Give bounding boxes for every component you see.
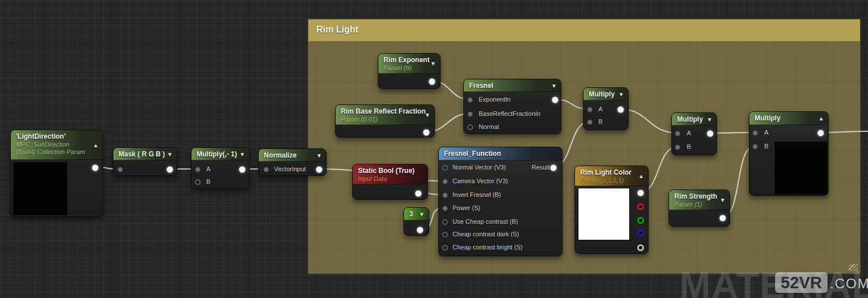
node-rim-base-reflect-fraction-param[interactable]: Rim Base Reflect FractionParam (0.01)▼: [335, 104, 435, 138]
node-multiply-2[interactable]: Multiply▼AB: [671, 112, 717, 155]
node-header[interactable]: Normalize▼: [259, 149, 326, 162]
comment-header[interactable]: Rim Light: [308, 19, 860, 41]
node-title: Rim Base Reflect Fraction: [341, 107, 430, 116]
output-pin[interactable]: [417, 227, 423, 233]
node-header[interactable]: Multiply▼: [672, 113, 716, 126]
output-pin[interactable]: [239, 167, 246, 173]
input-pin-a[interactable]: [675, 131, 680, 136]
output-pin[interactable]: [316, 167, 323, 173]
node-header[interactable]: Rim Base Reflect FractionParam (0.01)▼: [336, 105, 434, 125]
invert-fresnel-pin[interactable]: [442, 192, 448, 198]
pin-label: Use Cheap contrast (B): [453, 218, 518, 225]
expand-arrow-icon[interactable]: ▼: [551, 82, 557, 88]
output-pin[interactable]: [720, 215, 726, 222]
preview-thumbnail: [13, 162, 67, 215]
node-title: Static Bool (True): [358, 166, 423, 175]
node-rim-light-color-param[interactable]: Rim Light ColorParam (1,1,1,1)▲: [574, 166, 649, 254]
node-subtitle: Param (1): [674, 201, 725, 208]
output-pin[interactable]: [167, 167, 173, 173]
expand-arrow-icon[interactable]: ▼: [707, 116, 712, 122]
node-rim-strength-param[interactable]: Rim StrengthParam (1)▼: [669, 190, 730, 227]
node-title: Rim Exponent: [384, 55, 435, 65]
expand-arrow-icon[interactable]: ▼: [419, 211, 425, 217]
node-rim-exponent-param[interactable]: Rim ExponentParam (9)▼: [378, 53, 441, 89]
output-pin[interactable]: [92, 165, 99, 171]
expand-arrow-icon[interactable]: ▼: [430, 61, 436, 67]
input-pin-b[interactable]: [675, 144, 680, 150]
material-graph-canvas[interactable]: Rim Light MATERIAL 52VR .COM 'LightDirec…: [0, 0, 868, 298]
red-output-pin[interactable]: [637, 203, 644, 210]
vector-input-pin[interactable]: [263, 167, 269, 172]
expand-arrow-icon[interactable]: ▼: [239, 151, 245, 157]
camera-vector-pin[interactable]: [442, 179, 448, 184]
collapse-arrow-icon[interactable]: ▲: [818, 115, 824, 122]
node-header[interactable]: Rim StrengthParam (1)▼: [669, 190, 730, 210]
power-pin[interactable]: [442, 206, 448, 211]
collapse-arrow-icon[interactable]: ▲: [93, 142, 99, 148]
output-pin[interactable]: [429, 79, 435, 85]
node-header[interactable]: 'LightDirection'MPC_SunDirection (float4…: [11, 130, 103, 160]
node-header[interactable]: Multiply(,- 1)▼: [191, 148, 249, 160]
node-fresnel-function[interactable]: Fresnel_FunctionNormal Vector (V3)Camera…: [438, 147, 563, 256]
pin-label: B: [598, 118, 602, 125]
pin-label: A: [598, 106, 602, 112]
pin-label: ExponentIn: [479, 96, 511, 103]
node-multiply-neg-1[interactable]: Multiply(,- 1)▼AB: [191, 147, 250, 189]
expand-arrow-icon[interactable]: ▼: [720, 197, 726, 203]
green-output-pin[interactable]: [637, 217, 644, 224]
node-header[interactable]: Static Bool (True)Input Data: [353, 164, 427, 184]
output-pin[interactable]: [415, 191, 422, 197]
node-multiply-3[interactable]: Multiply▲AB: [749, 111, 829, 196]
output-pin[interactable]: [423, 130, 430, 136]
node-multiply-1[interactable]: Multiply▼AB: [583, 87, 629, 130]
use-cheap-contrast-pin[interactable]: [442, 219, 448, 225]
node-subtitle: Param (0.01): [341, 116, 430, 123]
rgb-output-pin[interactable]: [638, 190, 644, 196]
pin-label: Power (S): [453, 204, 480, 211]
input-pin-b[interactable]: [587, 119, 593, 125]
expand-arrow-icon[interactable]: ▼: [425, 112, 430, 118]
normal-in-pin[interactable]: [467, 124, 473, 130]
output-pin[interactable]: [818, 130, 824, 136]
preview-thumbnail: [578, 188, 630, 240]
blue-output-pin[interactable]: [637, 229, 644, 236]
node-header[interactable]: Multiply▲: [749, 112, 828, 125]
node-title: Multiply(,- 1): [197, 150, 244, 159]
expand-arrow-icon[interactable]: ▼: [167, 151, 173, 157]
node-constant-3[interactable]: 3▼: [404, 207, 429, 236]
output-pin[interactable]: [552, 97, 559, 103]
input-pin-b[interactable]: [195, 179, 201, 185]
node-static-bool-true[interactable]: Static Bool (True)Input Data: [352, 164, 428, 200]
pin-label: A: [764, 129, 768, 136]
input-pin-a[interactable]: [587, 107, 593, 112]
input-pin-b[interactable]: [752, 144, 758, 150]
node-fresnel[interactable]: Fresnel▼ExponentInBaseReflectFractionInN…: [463, 79, 561, 134]
exponent-in-pin[interactable]: [467, 97, 473, 103]
collapse-arrow-icon[interactable]: ▲: [638, 173, 644, 179]
alpha-output-pin[interactable]: [637, 244, 644, 251]
result-pin[interactable]: [551, 165, 557, 171]
expand-arrow-icon[interactable]: ▼: [618, 91, 624, 97]
input-pin-a[interactable]: [752, 130, 758, 136]
expand-arrow-icon[interactable]: ▼: [316, 152, 322, 158]
node-header[interactable]: Rim Light ColorParam (1,1,1,1)▲: [575, 166, 648, 186]
output-pin[interactable]: [707, 131, 714, 137]
pin-label: Result: [532, 164, 549, 171]
normal-vector-pin[interactable]: [442, 165, 448, 171]
base-reflect-fraction-in-pin[interactable]: [467, 111, 473, 117]
input-pin[interactable]: [117, 167, 123, 172]
node-header[interactable]: Rim ExponentParam (9)▼: [378, 54, 440, 74]
output-pin[interactable]: [618, 107, 624, 113]
node-normalize[interactable]: Normalize▼VectorInput: [258, 148, 327, 176]
node-header[interactable]: Multiply▼: [584, 88, 628, 100]
pin-label: Cheap contrast bright (S): [453, 244, 523, 251]
node-header[interactable]: Mask ( R G B )▼: [113, 148, 177, 160]
cheap-contrast-dark-pin[interactable]: [442, 232, 448, 237]
node-header[interactable]: Fresnel_Function: [439, 147, 562, 160]
input-pin-a[interactable]: [195, 167, 201, 172]
node-light-direction-param[interactable]: 'LightDirection'MPC_SunDirection (float4…: [10, 130, 103, 217]
node-mask-rgb[interactable]: Mask ( R G B )▼: [113, 147, 177, 176]
node-header[interactable]: 3▼: [404, 208, 429, 220]
cheap-contrast-bright-pin[interactable]: [442, 245, 448, 251]
node-header[interactable]: Fresnel▼: [464, 79, 561, 92]
